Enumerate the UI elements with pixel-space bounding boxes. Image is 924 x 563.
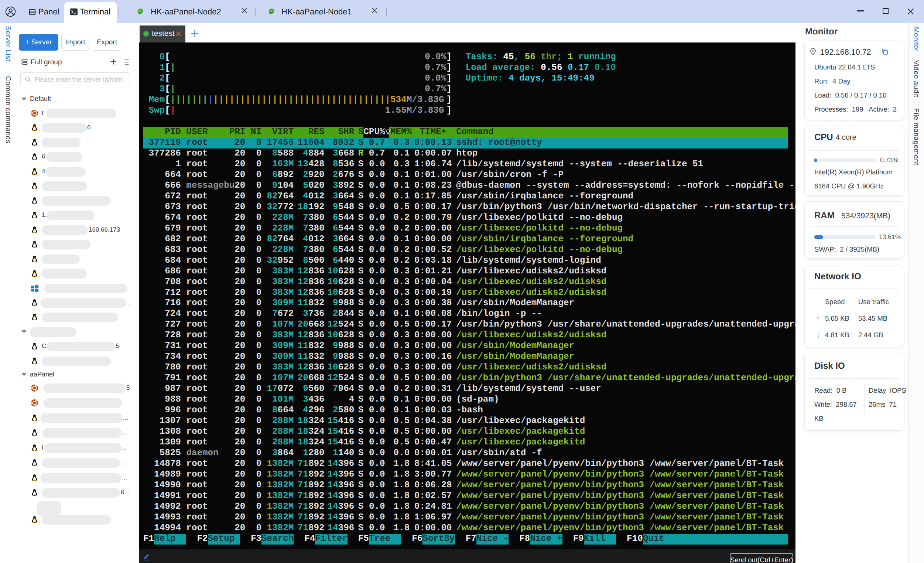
svg-text:IP: IP [812,50,814,53]
